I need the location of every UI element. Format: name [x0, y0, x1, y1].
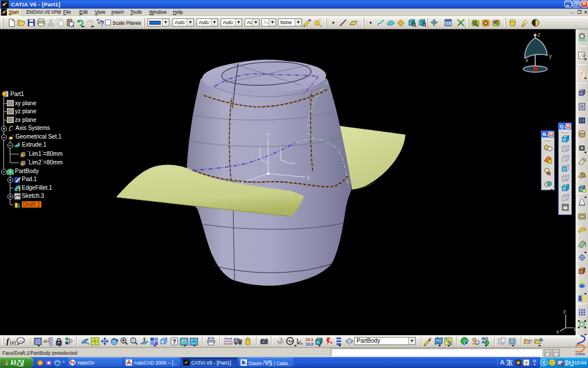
svg-text:x: x — [525, 57, 528, 63]
svg-text:(x): (x) — [10, 340, 16, 346]
svg-text:CATIA: CATIA — [575, 352, 585, 356]
svg-text:f(x): f(x) — [19, 339, 24, 343]
svg-text:?: ? — [173, 339, 176, 345]
svg-text:10.1: 10.1 — [305, 338, 314, 342]
svg-text:10.0: 10.0 — [305, 342, 314, 346]
svg-text:z: z — [266, 132, 269, 137]
svg-text:z: z — [563, 309, 566, 315]
svg-text:?: ? — [525, 361, 528, 366]
svg-text:y: y — [307, 174, 310, 180]
svg-text:x: x — [556, 329, 559, 335]
svg-text:x: x — [241, 179, 244, 185]
svg-text:z: z — [537, 32, 540, 38]
svg-text:?: ? — [100, 20, 104, 28]
svg-text:y: y — [549, 53, 552, 59]
